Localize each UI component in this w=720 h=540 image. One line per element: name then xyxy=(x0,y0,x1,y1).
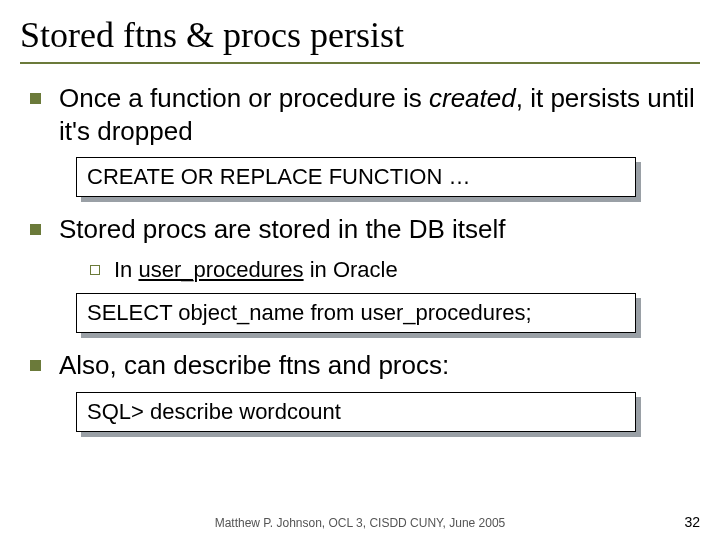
bullet-text: Also, can describe ftns and procs: xyxy=(59,349,449,382)
code-text: SELECT object_name from user_procedures; xyxy=(76,293,636,333)
sub-bullet-item: In user_procedures in Oracle xyxy=(90,256,700,284)
bullet-item: Once a function or procedure is created,… xyxy=(30,82,700,147)
bullet-text: Stored procs are stored in the DB itself xyxy=(59,213,506,246)
bullet-text: Once a function or procedure is created,… xyxy=(59,82,700,147)
code-text: SQL> describe wordcount xyxy=(76,392,636,432)
text-span: Once a function or procedure is xyxy=(59,83,429,113)
bullet-icon xyxy=(30,224,41,235)
code-text: CREATE OR REPLACE FUNCTION … xyxy=(76,157,636,197)
text-span: in Oracle xyxy=(304,257,398,282)
bullet-icon xyxy=(30,360,41,371)
slide: Stored ftns & procs persist Once a funct… xyxy=(0,0,720,540)
bullet-item: Stored procs are stored in the DB itself xyxy=(30,213,700,246)
emphasis-span: created xyxy=(429,83,516,113)
text-span: In xyxy=(114,257,138,282)
code-box: SELECT object_name from user_procedures; xyxy=(76,293,636,333)
page-number: 32 xyxy=(684,514,700,530)
code-box: CREATE OR REPLACE FUNCTION … xyxy=(76,157,636,197)
underline-span: user_procedures xyxy=(138,257,303,282)
sub-bullet-icon xyxy=(90,265,100,275)
code-box: SQL> describe wordcount xyxy=(76,392,636,432)
slide-title: Stored ftns & procs persist xyxy=(20,12,700,64)
sub-bullet-text: In user_procedures in Oracle xyxy=(114,256,398,284)
bullet-item: Also, can describe ftns and procs: xyxy=(30,349,700,382)
bullet-icon xyxy=(30,93,41,104)
footer-text: Matthew P. Johnson, OCL 3, CISDD CUNY, J… xyxy=(0,516,720,530)
